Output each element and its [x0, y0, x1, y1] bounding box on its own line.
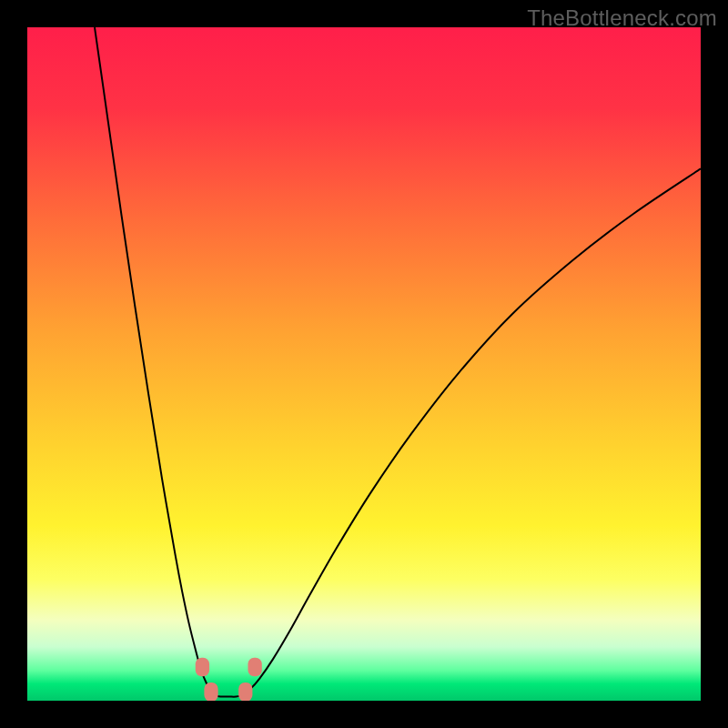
watermark-text: TheBottleneck.com	[527, 5, 717, 31]
bottleneck-chart	[27, 27, 701, 701]
curve-marker	[248, 658, 261, 677]
gradient-background	[27, 27, 701, 701]
plot-frame	[27, 27, 701, 701]
curve-marker	[196, 658, 209, 677]
curve-marker	[238, 682, 252, 701]
curve-marker	[204, 682, 217, 701]
